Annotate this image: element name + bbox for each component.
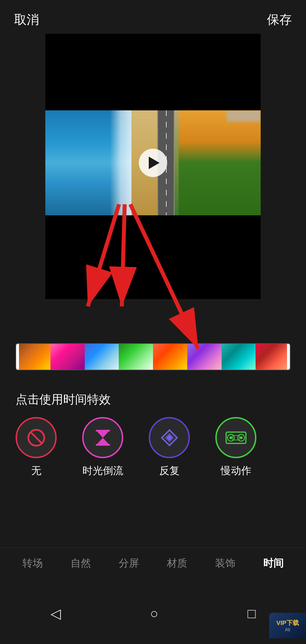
effect-none-label: 无 xyxy=(31,464,41,478)
timeline-track[interactable] xyxy=(16,343,290,370)
tab-split[interactable]: 分屏 xyxy=(113,553,145,573)
ban-icon xyxy=(26,428,46,448)
svg-marker-6 xyxy=(96,431,109,438)
header: 取消 保存 xyxy=(0,0,306,34)
back-nav-button[interactable]: ◁ xyxy=(50,605,61,621)
timeline-thumb-4 xyxy=(119,344,153,370)
vip-sublabel: Ati xyxy=(285,627,290,632)
timeline-thumb-2 xyxy=(50,344,85,370)
nav-bar: ◁ ○ □ xyxy=(0,600,306,627)
tab-time[interactable]: 时间 xyxy=(258,553,289,573)
play-button[interactable] xyxy=(139,149,167,177)
tab-bar: 转场 自然 分屏 材质 装饰 时间 xyxy=(0,548,306,579)
vip-badge[interactable]: VIP下载 Ati xyxy=(269,613,306,638)
timeline-thumbnails xyxy=(16,344,290,370)
timeline-thumb-1 xyxy=(16,344,50,370)
effect-slow-circle xyxy=(215,417,256,458)
effects-row: 无 时光倒流 反复 xyxy=(0,409,306,486)
svg-point-18 xyxy=(240,436,243,439)
effect-none[interactable]: 无 xyxy=(16,417,57,478)
instruction-text: 点击使用时间特效 xyxy=(0,380,126,413)
tab-nature[interactable]: 自然 xyxy=(65,553,97,573)
effect-repeat-label: 反复 xyxy=(159,464,180,478)
recents-nav-button[interactable]: □ xyxy=(248,606,256,621)
effect-rewind-circle xyxy=(82,417,123,458)
tab-decoration[interactable]: 装饰 xyxy=(209,553,241,573)
video-bottom-padding xyxy=(45,215,261,299)
cassette-icon xyxy=(225,429,247,446)
video-preview xyxy=(0,34,306,299)
video-trees-layer xyxy=(179,110,261,215)
svg-point-10 xyxy=(100,440,106,444)
effect-slow-label: 慢动作 xyxy=(221,464,251,478)
timeline-thumb-5 xyxy=(153,344,187,370)
tab-material[interactable]: 材质 xyxy=(161,553,193,573)
vip-label: VIP下载 xyxy=(276,619,299,627)
effect-none-circle xyxy=(16,417,57,458)
diamond-icon xyxy=(160,428,179,448)
timeline-handle-left[interactable] xyxy=(16,344,19,370)
effect-rewind-label: 时光倒流 xyxy=(82,464,123,478)
effect-repeat-circle xyxy=(149,417,190,458)
timeline-section xyxy=(0,343,306,370)
play-icon xyxy=(149,157,160,169)
timeline-thumb-3 xyxy=(85,344,119,370)
video-frame[interactable] xyxy=(45,110,261,215)
svg-point-16 xyxy=(230,436,232,439)
svg-line-5 xyxy=(30,432,42,444)
tab-transition[interactable]: 转场 xyxy=(17,553,48,573)
save-button[interactable]: 保存 xyxy=(267,11,292,28)
effect-repeat[interactable]: 反复 xyxy=(149,417,190,478)
timeline-thumb-6 xyxy=(187,344,222,370)
svg-rect-14 xyxy=(226,432,246,443)
cancel-button[interactable]: 取消 xyxy=(14,11,39,28)
timeline-handle-right[interactable] xyxy=(287,344,290,370)
effect-rewind[interactable]: 时光倒流 xyxy=(82,417,123,478)
home-nav-button[interactable]: ○ xyxy=(150,606,158,621)
timeline-thumb-8 xyxy=(256,344,290,370)
video-blur-overlay xyxy=(227,110,261,122)
effect-slow[interactable]: 慢动作 xyxy=(215,417,256,478)
video-top-padding xyxy=(45,34,261,110)
svg-rect-8 xyxy=(96,430,110,432)
hourglass-icon xyxy=(93,428,113,448)
timeline-thumb-7 xyxy=(222,344,256,370)
